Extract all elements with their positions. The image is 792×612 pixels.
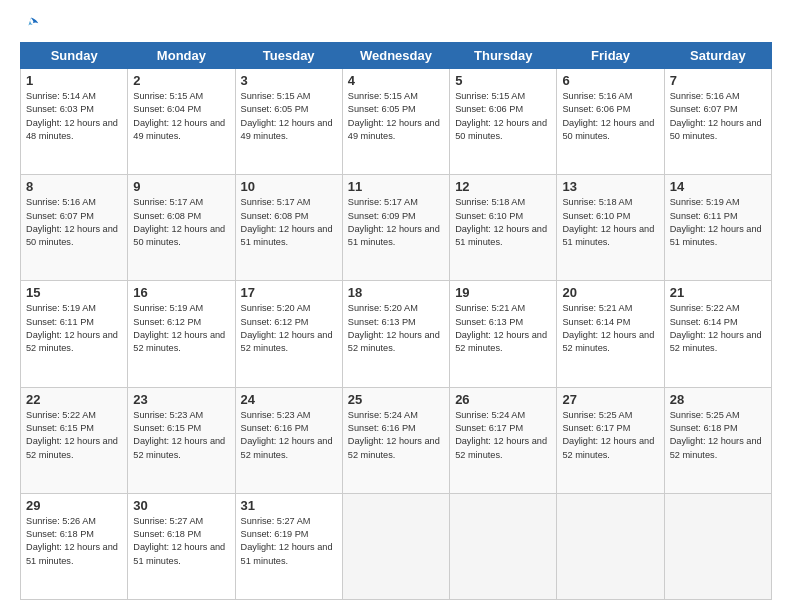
calendar-cell: 9Sunrise: 5:17 AMSunset: 6:08 PMDaylight… [128,175,235,281]
calendar-row: 22Sunrise: 5:22 AMSunset: 6:15 PMDayligh… [21,387,772,493]
calendar-cell: 5Sunrise: 5:15 AMSunset: 6:06 PMDaylight… [450,69,557,175]
weekday-header-row: SundayMondayTuesdayWednesdayThursdayFrid… [21,43,772,69]
day-number: 2 [133,73,229,88]
day-info: Sunrise: 5:27 AMSunset: 6:18 PMDaylight:… [133,516,225,566]
day-info: Sunrise: 5:25 AMSunset: 6:17 PMDaylight:… [562,410,654,460]
day-number: 26 [455,392,551,407]
day-number: 18 [348,285,444,300]
calendar-cell: 23Sunrise: 5:23 AMSunset: 6:15 PMDayligh… [128,387,235,493]
calendar-cell: 26Sunrise: 5:24 AMSunset: 6:17 PMDayligh… [450,387,557,493]
day-info: Sunrise: 5:22 AMSunset: 6:14 PMDaylight:… [670,303,762,353]
calendar-cell: 19Sunrise: 5:21 AMSunset: 6:13 PMDayligh… [450,281,557,387]
day-info: Sunrise: 5:20 AMSunset: 6:12 PMDaylight:… [241,303,333,353]
day-info: Sunrise: 5:15 AMSunset: 6:04 PMDaylight:… [133,91,225,141]
calendar-table: SundayMondayTuesdayWednesdayThursdayFrid… [20,42,772,600]
day-number: 27 [562,392,658,407]
weekday-header-cell: Monday [128,43,235,69]
day-info: Sunrise: 5:24 AMSunset: 6:17 PMDaylight:… [455,410,547,460]
calendar-cell: 12Sunrise: 5:18 AMSunset: 6:10 PMDayligh… [450,175,557,281]
calendar-cell: 21Sunrise: 5:22 AMSunset: 6:14 PMDayligh… [664,281,771,387]
day-info: Sunrise: 5:26 AMSunset: 6:18 PMDaylight:… [26,516,118,566]
day-info: Sunrise: 5:25 AMSunset: 6:18 PMDaylight:… [670,410,762,460]
calendar-cell: 29Sunrise: 5:26 AMSunset: 6:18 PMDayligh… [21,493,128,599]
day-info: Sunrise: 5:14 AMSunset: 6:03 PMDaylight:… [26,91,118,141]
weekday-header-cell: Sunday [21,43,128,69]
day-info: Sunrise: 5:15 AMSunset: 6:06 PMDaylight:… [455,91,547,141]
day-number: 23 [133,392,229,407]
day-number: 7 [670,73,766,88]
header [20,16,772,34]
calendar-cell: 31Sunrise: 5:27 AMSunset: 6:19 PMDayligh… [235,493,342,599]
calendar-cell: 28Sunrise: 5:25 AMSunset: 6:18 PMDayligh… [664,387,771,493]
calendar-cell [557,493,664,599]
calendar-cell: 18Sunrise: 5:20 AMSunset: 6:13 PMDayligh… [342,281,449,387]
calendar-cell: 20Sunrise: 5:21 AMSunset: 6:14 PMDayligh… [557,281,664,387]
day-number: 29 [26,498,122,513]
calendar-cell: 2Sunrise: 5:15 AMSunset: 6:04 PMDaylight… [128,69,235,175]
day-number: 13 [562,179,658,194]
day-info: Sunrise: 5:17 AMSunset: 6:08 PMDaylight:… [241,197,333,247]
day-info: Sunrise: 5:16 AMSunset: 6:06 PMDaylight:… [562,91,654,141]
calendar-cell: 13Sunrise: 5:18 AMSunset: 6:10 PMDayligh… [557,175,664,281]
calendar-cell: 25Sunrise: 5:24 AMSunset: 6:16 PMDayligh… [342,387,449,493]
day-number: 30 [133,498,229,513]
day-number: 8 [26,179,122,194]
day-number: 20 [562,285,658,300]
day-info: Sunrise: 5:15 AMSunset: 6:05 PMDaylight:… [348,91,440,141]
calendar-cell: 15Sunrise: 5:19 AMSunset: 6:11 PMDayligh… [21,281,128,387]
day-info: Sunrise: 5:16 AMSunset: 6:07 PMDaylight:… [26,197,118,247]
logo [20,16,41,34]
day-number: 1 [26,73,122,88]
calendar-cell: 22Sunrise: 5:22 AMSunset: 6:15 PMDayligh… [21,387,128,493]
calendar-cell: 10Sunrise: 5:17 AMSunset: 6:08 PMDayligh… [235,175,342,281]
day-info: Sunrise: 5:24 AMSunset: 6:16 PMDaylight:… [348,410,440,460]
calendar-row: 1Sunrise: 5:14 AMSunset: 6:03 PMDaylight… [21,69,772,175]
weekday-header-cell: Tuesday [235,43,342,69]
calendar-cell: 16Sunrise: 5:19 AMSunset: 6:12 PMDayligh… [128,281,235,387]
day-info: Sunrise: 5:17 AMSunset: 6:09 PMDaylight:… [348,197,440,247]
day-number: 25 [348,392,444,407]
day-number: 19 [455,285,551,300]
calendar-cell: 14Sunrise: 5:19 AMSunset: 6:11 PMDayligh… [664,175,771,281]
day-number: 21 [670,285,766,300]
day-number: 31 [241,498,337,513]
day-info: Sunrise: 5:21 AMSunset: 6:14 PMDaylight:… [562,303,654,353]
day-info: Sunrise: 5:27 AMSunset: 6:19 PMDaylight:… [241,516,333,566]
calendar-cell: 27Sunrise: 5:25 AMSunset: 6:17 PMDayligh… [557,387,664,493]
calendar-cell: 24Sunrise: 5:23 AMSunset: 6:16 PMDayligh… [235,387,342,493]
day-number: 28 [670,392,766,407]
day-number: 22 [26,392,122,407]
weekday-header-cell: Thursday [450,43,557,69]
day-info: Sunrise: 5:19 AMSunset: 6:12 PMDaylight:… [133,303,225,353]
day-number: 24 [241,392,337,407]
day-info: Sunrise: 5:19 AMSunset: 6:11 PMDaylight:… [26,303,118,353]
calendar-row: 8Sunrise: 5:16 AMSunset: 6:07 PMDaylight… [21,175,772,281]
day-info: Sunrise: 5:19 AMSunset: 6:11 PMDaylight:… [670,197,762,247]
day-info: Sunrise: 5:20 AMSunset: 6:13 PMDaylight:… [348,303,440,353]
day-number: 17 [241,285,337,300]
day-number: 4 [348,73,444,88]
calendar-cell: 3Sunrise: 5:15 AMSunset: 6:05 PMDaylight… [235,69,342,175]
weekday-header-cell: Wednesday [342,43,449,69]
day-number: 6 [562,73,658,88]
day-number: 12 [455,179,551,194]
calendar-cell: 4Sunrise: 5:15 AMSunset: 6:05 PMDaylight… [342,69,449,175]
calendar-cell: 1Sunrise: 5:14 AMSunset: 6:03 PMDaylight… [21,69,128,175]
calendar-cell: 7Sunrise: 5:16 AMSunset: 6:07 PMDaylight… [664,69,771,175]
day-info: Sunrise: 5:18 AMSunset: 6:10 PMDaylight:… [562,197,654,247]
day-number: 14 [670,179,766,194]
calendar-cell: 17Sunrise: 5:20 AMSunset: 6:12 PMDayligh… [235,281,342,387]
day-info: Sunrise: 5:23 AMSunset: 6:16 PMDaylight:… [241,410,333,460]
day-info: Sunrise: 5:15 AMSunset: 6:05 PMDaylight:… [241,91,333,141]
day-number: 9 [133,179,229,194]
calendar-cell [342,493,449,599]
weekday-header-cell: Saturday [664,43,771,69]
day-info: Sunrise: 5:17 AMSunset: 6:08 PMDaylight:… [133,197,225,247]
day-info: Sunrise: 5:18 AMSunset: 6:10 PMDaylight:… [455,197,547,247]
day-number: 10 [241,179,337,194]
day-number: 15 [26,285,122,300]
day-info: Sunrise: 5:16 AMSunset: 6:07 PMDaylight:… [670,91,762,141]
calendar-body: 1Sunrise: 5:14 AMSunset: 6:03 PMDaylight… [21,69,772,600]
day-number: 3 [241,73,337,88]
day-number: 16 [133,285,229,300]
